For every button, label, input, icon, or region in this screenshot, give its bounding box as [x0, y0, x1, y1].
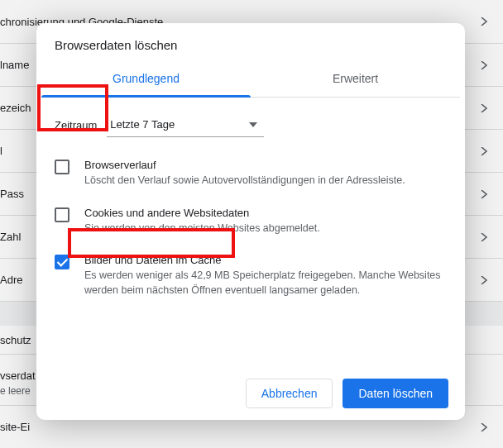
option-title: Bilder und Dateien im Cache	[84, 254, 447, 266]
clear-data-button[interactable]: Daten löschen	[343, 379, 448, 408]
dialog-tabs: Grundlegend Erweitert	[41, 62, 460, 98]
cancel-button[interactable]: Abbrechen	[246, 379, 333, 408]
option-title: Browserverlauf	[84, 159, 405, 171]
option-text: Cookies und andere Websitedaten Sie werd…	[84, 207, 320, 236]
option-title: Cookies und andere Websitedaten	[84, 207, 320, 219]
clear-browsing-data-dialog: Browserdaten löschen Grundlegend Erweite…	[36, 23, 465, 420]
time-range-select[interactable]: Letzte 7 Tage	[107, 112, 264, 137]
checkbox-browsing-history[interactable]	[55, 160, 69, 174]
option-sub: Löscht den Verlauf sowie Autovervollstän…	[84, 174, 405, 188]
option-text: Bilder und Dateien im Cache Es werden we…	[84, 254, 447, 298]
option-cache: Bilder und Dateien im Cache Es werden we…	[55, 254, 447, 298]
tab-advanced[interactable]: Erweitert	[251, 62, 460, 97]
option-browsing-history: Browserverlauf Löscht den Verlauf sowie …	[55, 159, 447, 188]
dialog-actions: Abbrechen Daten löschen	[36, 379, 465, 408]
dialog-title: Browserdaten löschen	[36, 23, 465, 62]
dropdown-triangle-icon	[249, 122, 257, 127]
option-text: Browserverlauf Löscht den Verlauf sowie …	[84, 159, 405, 188]
tab-indicator	[41, 95, 251, 98]
time-range-row: Zeitraum Letzte 7 Tage	[55, 112, 447, 137]
checkbox-cookies[interactable]	[55, 207, 69, 222]
option-sub: Es werden weniger als 42,9 MB Speicherpl…	[84, 269, 447, 298]
tab-basic[interactable]: Grundlegend	[41, 62, 251, 97]
time-range-label: Zeitraum	[55, 119, 97, 131]
select-value: Letzte 7 Tage	[110, 118, 175, 131]
option-sub: Sie werden von den meisten Websites abge…	[84, 222, 320, 236]
option-cookies: Cookies und andere Websitedaten Sie werd…	[55, 207, 447, 236]
dialog-body: Zeitraum Letzte 7 Tage Browserverlauf Lö…	[36, 98, 465, 379]
checkbox-cache[interactable]	[55, 255, 69, 269]
